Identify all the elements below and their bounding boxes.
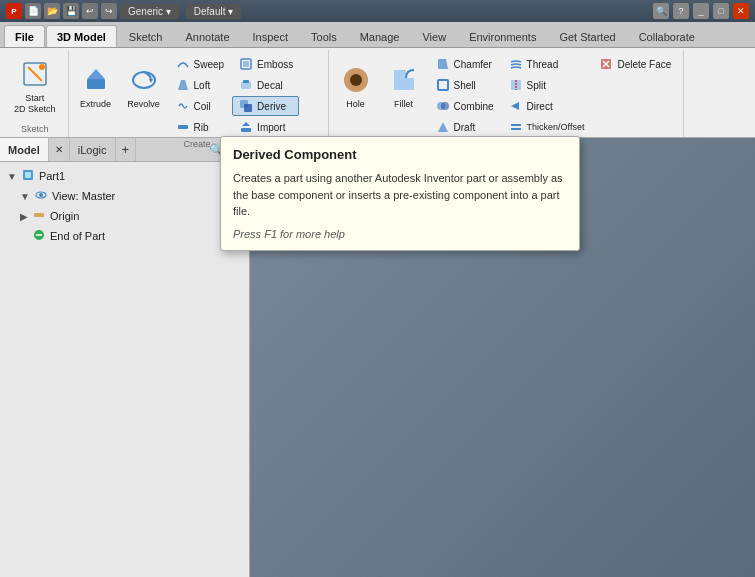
redo-button[interactable]: ↪ (101, 3, 117, 19)
ribbon-group-modify: Hole Fillet (329, 50, 685, 137)
svg-marker-16 (242, 122, 250, 126)
tree-area: ▼ Part1 ▼ View: Master (0, 162, 249, 577)
modify-col3: Delete Face (592, 52, 677, 137)
tooltip-help: Press F1 for more help (233, 228, 567, 240)
tab-getstarted[interactable]: Get Started (548, 25, 626, 47)
draft-label: Draft (454, 122, 476, 133)
tab-environments[interactable]: Environments (458, 25, 547, 47)
ribbon-group-create: Extrude Revolve (69, 50, 329, 137)
tab-inspect[interactable]: Inspect (242, 25, 299, 47)
new-button[interactable]: 📄 (25, 3, 41, 19)
hole-button[interactable]: Hole (333, 52, 379, 120)
split-label: Split (527, 80, 546, 91)
loft-icon (175, 77, 191, 93)
viewmaster-icon (34, 188, 48, 204)
tab-sketch[interactable]: Sketch (118, 25, 174, 47)
left-panel: Model ✕ iLogic + 🔍 ☰ ▼ Part1 (0, 138, 250, 577)
delete-face-button[interactable]: Delete Face (592, 54, 677, 74)
coil-button[interactable]: Coil (169, 96, 231, 116)
draft-button[interactable]: Draft (429, 117, 500, 137)
loft-button[interactable]: Loft (169, 75, 231, 95)
derive-button[interactable]: Derive (232, 96, 299, 116)
sweep-icon (175, 56, 191, 72)
coil-icon (175, 98, 191, 114)
svg-point-37 (39, 193, 43, 197)
thread-icon (508, 56, 524, 72)
tree-expand-part1: ▼ (7, 171, 17, 182)
tree-expand-viewmaster: ▼ (20, 191, 30, 202)
modify-group-inner: Hole Fillet (333, 52, 678, 137)
svg-rect-30 (511, 128, 521, 130)
tree-item-endofpart-label: End of Part (50, 230, 105, 242)
part1-icon (21, 168, 35, 184)
fillet-button[interactable]: Fillet (381, 52, 427, 120)
direct-icon (508, 98, 524, 114)
tree-item-viewmaster[interactable]: ▼ View: Master (4, 186, 245, 206)
derive-icon (238, 98, 254, 114)
coil-label: Coil (194, 101, 211, 112)
split-icon (508, 77, 524, 93)
ribbon-group-sketch: Start2D Sketch Sketch (4, 50, 69, 137)
tree-item-origin[interactable]: ▶ Origin (4, 206, 245, 226)
start-sketch-button[interactable]: Start2D Sketch (8, 52, 62, 120)
direct-button[interactable]: Direct (502, 96, 591, 116)
split-button[interactable]: Split (502, 75, 591, 95)
help-button[interactable]: ? (673, 3, 689, 19)
thread-label: Thread (527, 59, 559, 70)
thread-button[interactable]: Thread (502, 54, 591, 74)
shell-icon (435, 77, 451, 93)
sketch-icon (19, 58, 51, 90)
emboss-button[interactable]: Emboss (232, 54, 299, 74)
tab-file[interactable]: File (4, 25, 45, 47)
minimize-button[interactable]: _ (693, 3, 709, 19)
close-button[interactable]: ✕ (733, 3, 749, 19)
tree-expand-origin: ▶ (20, 211, 28, 222)
tab-collaborate[interactable]: Collaborate (628, 25, 706, 47)
open-button[interactable]: 📂 (44, 3, 60, 19)
tab-3dmodel[interactable]: 3D Model (46, 25, 117, 47)
tree-item-endofpart[interactable]: ▶ End of Part (4, 226, 245, 246)
svg-rect-35 (25, 172, 31, 178)
combine-button[interactable]: Combine (429, 96, 500, 116)
svg-rect-15 (241, 128, 251, 132)
default-dropdown[interactable]: Default ▾ (186, 4, 241, 19)
origin-icon (32, 208, 46, 224)
endofpart-icon (32, 228, 46, 244)
import-button[interactable]: Import (232, 117, 299, 137)
import-icon (238, 119, 254, 135)
thicken-button[interactable]: Thicken/Offset (502, 117, 591, 137)
save-button[interactable]: 💾 (63, 3, 79, 19)
generic-dropdown[interactable]: Generic ▾ (120, 4, 179, 19)
delete-face-icon (598, 56, 614, 72)
svg-rect-29 (511, 124, 521, 126)
tab-tools[interactable]: Tools (300, 25, 348, 47)
start-sketch-label: Start2D Sketch (14, 93, 56, 115)
maximize-button[interactable]: □ (713, 3, 729, 19)
create-col1: Sweep Loft Coil (169, 52, 231, 137)
rib-button[interactable]: Rib (169, 117, 231, 137)
extrude-button[interactable]: Extrude (73, 52, 119, 120)
tree-item-origin-label: Origin (50, 210, 79, 222)
sweep-button[interactable]: Sweep (169, 54, 231, 74)
svg-rect-10 (243, 61, 249, 67)
tab-view[interactable]: View (411, 25, 457, 47)
hole-label: Hole (346, 99, 365, 109)
svg-marker-28 (511, 102, 519, 110)
panel-tab-model[interactable]: Model (0, 138, 49, 161)
chamfer-button[interactable]: Chamfer (429, 54, 500, 74)
shell-label: Shell (454, 80, 476, 91)
tab-annotate[interactable]: Annotate (175, 25, 241, 47)
sketch-group-label: Sketch (8, 122, 62, 135)
revolve-button[interactable]: Revolve (121, 52, 167, 120)
tree-item-part1-label: Part1 (39, 170, 65, 182)
tree-item-part1[interactable]: ▼ Part1 (4, 166, 245, 186)
decal-button[interactable]: Decal (232, 75, 299, 95)
delete-face-label: Delete Face (617, 59, 671, 70)
combine-icon (435, 98, 451, 114)
tab-manage[interactable]: Manage (349, 25, 411, 47)
tooltip-popup: Derived Component Creates a part using a… (220, 136, 580, 251)
search-button[interactable]: 🔍 (653, 3, 669, 19)
shell-button[interactable]: Shell (429, 75, 500, 95)
undo-button[interactable]: ↩ (82, 3, 98, 19)
panel-tab-close[interactable]: ✕ (49, 138, 70, 161)
